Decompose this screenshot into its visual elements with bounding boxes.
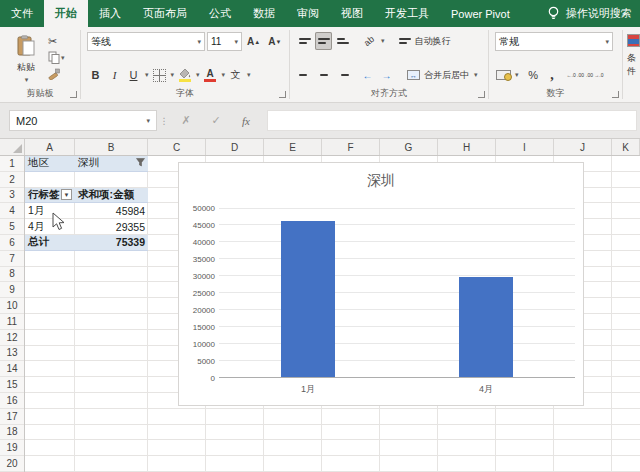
row-header-13[interactable]: 13	[0, 346, 24, 362]
tell-me-box[interactable]: 操作说明搜索	[547, 0, 632, 27]
align-middle-button[interactable]	[315, 32, 332, 50]
number-dialog-launcher[interactable]	[612, 91, 619, 98]
row-header-8[interactable]: 8	[0, 267, 24, 283]
formula-bar-splitter[interactable]: ⋮	[157, 116, 171, 126]
column-header-G[interactable]: G	[380, 139, 438, 155]
underline-dropdown-icon[interactable]: ▾	[145, 71, 149, 79]
font-name-combobox[interactable]: 等线 ▾	[87, 32, 205, 51]
row-header-15[interactable]: 15	[0, 377, 24, 393]
tab-Power Pivot[interactable]: Power Pivot	[440, 0, 521, 27]
filter-funnel-icon[interactable]	[136, 157, 145, 169]
bold-button[interactable]: B	[87, 66, 104, 84]
row-header-6[interactable]: 6	[0, 235, 24, 251]
empty-cell[interactable]	[25, 172, 75, 188]
orientation-dropdown-icon[interactable]: ▾	[381, 37, 385, 45]
tab-视图[interactable]: 视图	[330, 0, 374, 27]
pivot-row-labels-cell[interactable]: 行标签 ▼	[25, 188, 75, 204]
increase-indent-button[interactable]: →	[378, 66, 395, 84]
font-color-dropdown-icon[interactable]: ▾	[222, 71, 226, 79]
row-header-2[interactable]: 2	[0, 172, 24, 188]
pivot-total-label-cell[interactable]: 总计	[25, 235, 75, 251]
number-format-combobox[interactable]: 常规 ▾	[495, 32, 613, 51]
row-header-11[interactable]: 11	[0, 314, 24, 330]
chart-title[interactable]: 深圳	[179, 172, 583, 190]
row-header-4[interactable]: 4	[0, 203, 24, 219]
font-color-button[interactable]: A	[202, 66, 219, 84]
paste-button[interactable]: 粘贴 ▾	[6, 32, 46, 87]
insert-function-button[interactable]: fx	[231, 115, 261, 127]
format-painter-button[interactable]	[48, 67, 65, 83]
name-box[interactable]: M20 ▾	[9, 110, 157, 131]
row-header-19[interactable]: 19	[0, 440, 24, 456]
decrease-decimal-button[interactable]: .00 →.0	[586, 66, 604, 84]
font-dialog-launcher[interactable]	[279, 91, 286, 98]
phonetic-button[interactable]: 文	[227, 66, 244, 84]
column-header-C[interactable]: C	[148, 139, 206, 155]
tab-插入[interactable]: 插入	[88, 0, 132, 27]
tab-审阅[interactable]: 审阅	[286, 0, 330, 27]
cancel-button[interactable]: ✗	[171, 114, 201, 127]
fill-color-dropdown-icon[interactable]: ▾	[196, 71, 200, 79]
accounting-format-button[interactable]	[495, 66, 512, 84]
align-top-button[interactable]	[296, 32, 313, 50]
chart-bar-4月[interactable]	[459, 277, 513, 377]
tab-页面布局[interactable]: 页面布局	[132, 0, 198, 27]
column-header-B[interactable]: B	[75, 139, 148, 155]
row-header-5[interactable]: 5	[0, 219, 24, 235]
conditional-formatting-button[interactable]: 条件	[623, 27, 640, 102]
row-header-12[interactable]: 12	[0, 330, 24, 346]
row-header-1[interactable]: 1	[0, 156, 24, 172]
row-header-9[interactable]: 9	[0, 282, 24, 298]
pivot-row-label-cell[interactable]: 1月	[25, 203, 75, 219]
column-header-F[interactable]: F	[322, 139, 380, 155]
pivot-chart[interactable]: 深圳 0500010000150002000025000300003500040…	[178, 162, 584, 406]
row-header-14[interactable]: 14	[0, 361, 24, 377]
paste-dropdown-icon[interactable]: ▾	[25, 76, 29, 84]
decrease-font-size-button[interactable]: A▼	[265, 33, 284, 51]
underline-button[interactable]: U	[125, 66, 142, 84]
cut-button[interactable]: ✂	[48, 33, 65, 49]
percent-style-button[interactable]: %	[525, 66, 542, 84]
copy-dropdown-icon[interactable]: ▾	[61, 54, 65, 62]
borders-button[interactable]	[151, 66, 168, 84]
column-header-J[interactable]: J	[554, 139, 612, 155]
row-header-18[interactable]: 18	[0, 425, 24, 441]
select-all-corner[interactable]	[0, 139, 25, 155]
increase-font-size-button[interactable]: A▲	[244, 33, 263, 51]
accounting-dropdown-icon[interactable]: ▾	[515, 71, 519, 79]
comma-style-button[interactable]: ,	[544, 66, 561, 84]
column-header-A[interactable]: A	[25, 139, 75, 155]
merge-center-button[interactable]: ↔ 合并后居中 ▾	[405, 66, 480, 84]
row-header-10[interactable]: 10	[0, 298, 24, 314]
column-header-E[interactable]: E	[264, 139, 322, 155]
pivot-total-value-cell[interactable]: 75339	[75, 235, 148, 251]
column-header-I[interactable]: I	[496, 139, 554, 155]
italic-button[interactable]: I	[106, 66, 123, 84]
row-labels-filter-dropdown[interactable]: ▼	[61, 189, 72, 200]
align-bottom-button[interactable]	[334, 32, 351, 50]
wrap-text-button[interactable]: 自动换行	[397, 32, 453, 50]
copy-button[interactable]: ▾	[48, 50, 65, 66]
pivot-filter-value-cell[interactable]: 深圳	[75, 156, 148, 172]
tab-数据[interactable]: 数据	[242, 0, 286, 27]
decrease-indent-button[interactable]: ←	[359, 66, 376, 84]
pivot-filter-field-cell[interactable]: 地区	[25, 156, 75, 172]
increase-decimal-button[interactable]: ←.0 .00	[567, 66, 585, 84]
row-header-20[interactable]: 20	[0, 456, 24, 472]
clipboard-dialog-launcher[interactable]	[70, 91, 77, 98]
cells-area[interactable]: 地区 深圳 行标签 ▼	[25, 156, 640, 472]
align-right-button[interactable]	[334, 66, 351, 84]
align-center-button[interactable]	[315, 66, 332, 84]
enter-button[interactable]: ✓	[201, 114, 231, 127]
chart-bar-1月[interactable]	[281, 221, 335, 377]
empty-cell[interactable]	[75, 172, 148, 188]
column-header-H[interactable]: H	[438, 139, 496, 155]
phonetic-dropdown-icon[interactable]: ▾	[247, 71, 251, 79]
row-header-3[interactable]: 3	[0, 188, 24, 204]
borders-dropdown-icon[interactable]: ▾	[171, 71, 175, 79]
row-header-7[interactable]: 7	[0, 251, 24, 267]
pivot-value-header-cell[interactable]: 求和项:金额	[75, 188, 148, 204]
formula-input[interactable]	[267, 110, 637, 131]
row-header-17[interactable]: 17	[0, 409, 24, 425]
fill-color-button[interactable]	[176, 66, 193, 84]
